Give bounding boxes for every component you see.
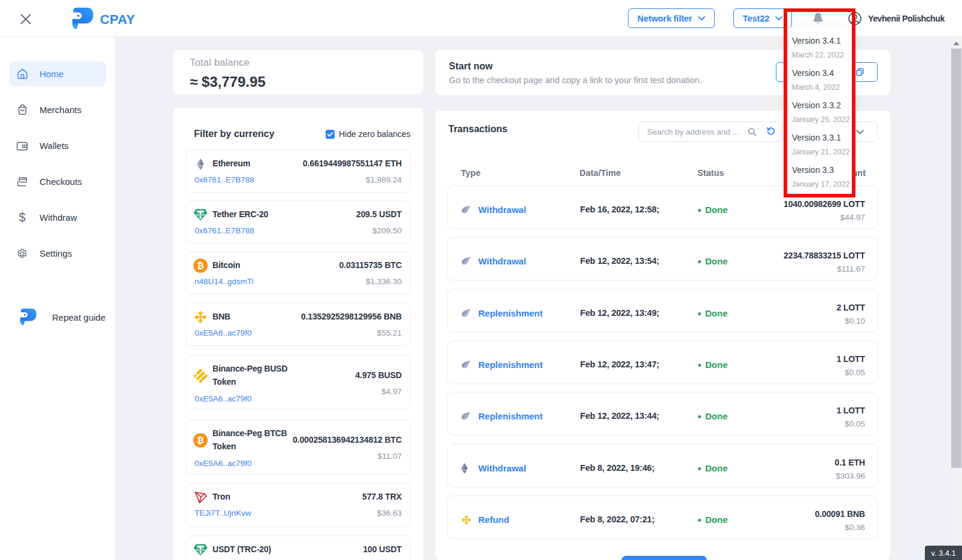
svg-text:₿: ₿ xyxy=(197,261,204,270)
svg-text:₿: ₿ xyxy=(197,436,204,445)
